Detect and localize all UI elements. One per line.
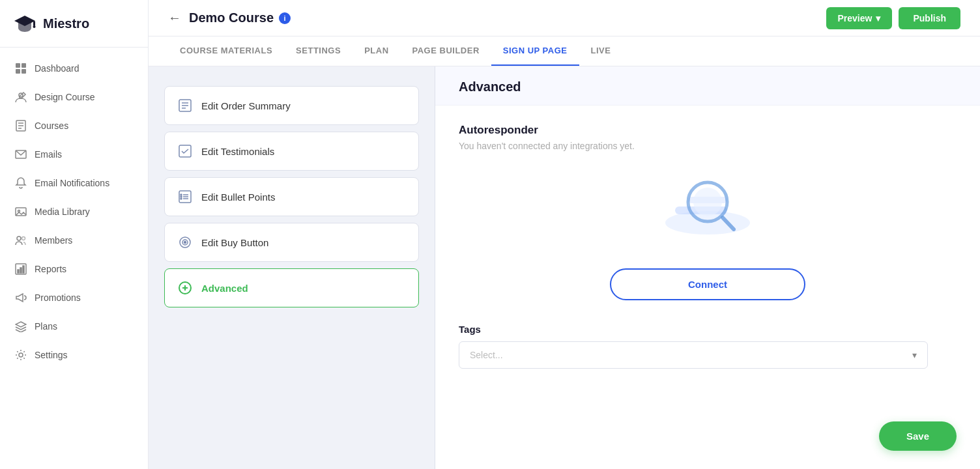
svg-rect-27 xyxy=(179,145,191,157)
tags-section: Tags Select... ▾ xyxy=(459,324,957,369)
svg-point-2 xyxy=(33,25,36,28)
no-integrations-illustration xyxy=(459,171,957,242)
sidebar-nav: Dashboard Design Course Courses Emails xyxy=(0,48,148,376)
check-square-icon xyxy=(178,144,192,158)
tags-placeholder: Select... xyxy=(470,350,503,360)
svg-rect-19 xyxy=(20,268,22,273)
card-buy-button-label: Edit Buy Button xyxy=(201,237,268,248)
card-bullet-points[interactable]: Edit Bullet Points xyxy=(164,177,419,216)
sidebar: Miestro Dashboard Design Course Courses xyxy=(0,0,149,469)
sidebar-label-plans: Plans xyxy=(35,321,57,332)
list-icon xyxy=(178,98,192,113)
logo-container: Miestro xyxy=(0,0,148,48)
right-panel-header: Advanced xyxy=(435,66,980,106)
connect-button[interactable]: Connect xyxy=(610,268,805,300)
topbar: ← Demo Course i Preview ▾ Publish xyxy=(149,0,980,36)
chevron-down-icon: ▾ xyxy=(876,13,880,23)
sidebar-item-courses[interactable]: Courses xyxy=(0,111,148,140)
users-icon xyxy=(15,234,27,246)
target-icon xyxy=(178,235,192,249)
sidebar-item-members[interactable]: Members xyxy=(0,226,148,255)
sidebar-item-design-course[interactable]: Design Course xyxy=(0,83,148,111)
sidebar-label-emails: Emails xyxy=(35,149,62,160)
info-badge[interactable]: i xyxy=(279,12,291,24)
tab-plan[interactable]: PLAN xyxy=(353,36,400,66)
bell-icon xyxy=(15,177,27,189)
sidebar-label-design-course: Design Course xyxy=(35,92,95,102)
logo-icon xyxy=(13,12,36,35)
plus-circle-icon xyxy=(178,281,192,295)
svg-rect-6 xyxy=(22,69,26,74)
card-advanced-label: Advanced xyxy=(201,283,248,294)
preview-button[interactable]: Preview ▾ xyxy=(826,7,893,29)
tabbar: COURSE MATERIALS SETTINGS PLAN PAGE BUIL… xyxy=(149,36,980,66)
svg-point-37 xyxy=(184,242,186,244)
card-testimonials-label: Edit Testimonials xyxy=(201,146,274,157)
sidebar-label-promotions: Promotions xyxy=(35,292,81,303)
card-advanced[interactable]: Advanced xyxy=(164,268,419,307)
tab-sign-up-page[interactable]: SIGN UP PAGE xyxy=(491,36,579,66)
tags-label: Tags xyxy=(459,324,957,335)
autoresponder-subtitle: You haven't connected any integrations y… xyxy=(459,141,957,151)
svg-rect-1 xyxy=(33,21,35,26)
card-buy-button[interactable]: Edit Buy Button xyxy=(164,223,419,262)
sidebar-item-promotions[interactable]: Promotions xyxy=(0,283,148,312)
publish-button[interactable]: Publish xyxy=(899,7,960,29)
sidebar-item-email-notifications[interactable]: Email Notifications xyxy=(0,169,148,197)
layers-icon xyxy=(15,320,27,332)
gear-icon xyxy=(15,349,27,361)
right-panel: Advanced Autoresponder You haven't conne… xyxy=(435,66,980,469)
svg-rect-4 xyxy=(22,63,26,68)
tab-page-builder[interactable]: PAGE BUILDER xyxy=(401,36,491,66)
svg-rect-5 xyxy=(16,69,20,74)
svg-rect-18 xyxy=(18,270,19,273)
page-title: Demo Course i xyxy=(189,10,291,25)
sidebar-label-settings: Settings xyxy=(35,350,68,360)
tab-settings[interactable]: SETTINGS xyxy=(284,36,353,66)
tab-live[interactable]: LIVE xyxy=(579,36,623,66)
sidebar-label-dashboard: Dashboard xyxy=(35,63,79,74)
svg-point-33 xyxy=(180,196,182,197)
logo-text: Miestro xyxy=(43,16,89,31)
autoresponder-title: Autoresponder xyxy=(459,124,957,137)
svg-point-22 xyxy=(19,353,23,357)
sidebar-label-courses: Courses xyxy=(35,121,68,131)
svg-point-16 xyxy=(22,237,25,240)
main-content: ← Demo Course i Preview ▾ Publish COURSE… xyxy=(149,0,980,469)
sidebar-item-plans[interactable]: Plans xyxy=(0,312,148,341)
sidebar-item-reports[interactable]: Reports xyxy=(0,255,148,283)
edit-design-icon xyxy=(15,91,27,103)
content-area: Edit Order Summary Edit Testimonials Edi… xyxy=(149,66,980,469)
right-panel-content: Autoresponder You haven't connected any … xyxy=(435,106,980,387)
back-button[interactable]: ← xyxy=(168,10,181,25)
grid-icon xyxy=(15,63,27,74)
bullet-list-icon xyxy=(178,190,192,204)
svg-point-14 xyxy=(18,210,20,212)
tags-select[interactable]: Select... ▾ xyxy=(459,341,928,369)
topbar-left: ← Demo Course i xyxy=(168,10,291,25)
card-order-summary-label: Edit Order Summary xyxy=(201,100,291,111)
email-icon xyxy=(15,149,27,160)
magnifier-svg xyxy=(656,171,760,242)
left-panel: Edit Order Summary Edit Testimonials Edi… xyxy=(149,66,435,469)
svg-point-45 xyxy=(693,188,722,216)
sidebar-item-media-library[interactable]: Media Library xyxy=(0,197,148,226)
svg-marker-21 xyxy=(16,322,26,327)
sidebar-label-email-notifications: Email Notifications xyxy=(35,178,109,188)
card-testimonials[interactable]: Edit Testimonials xyxy=(164,132,419,171)
right-panel-title: Advanced xyxy=(459,79,957,94)
sidebar-item-settings[interactable]: Settings xyxy=(0,341,148,369)
svg-rect-3 xyxy=(16,63,20,68)
sidebar-item-emails[interactable]: Emails xyxy=(0,140,148,169)
svg-point-15 xyxy=(17,236,21,240)
sidebar-item-dashboard[interactable]: Dashboard xyxy=(0,54,148,83)
save-button[interactable]: Save xyxy=(879,421,957,451)
svg-point-34 xyxy=(180,198,182,199)
card-bullet-points-label: Edit Bullet Points xyxy=(201,192,275,203)
tab-course-materials[interactable]: COURSE MATERIALS xyxy=(168,36,284,66)
card-order-summary[interactable]: Edit Order Summary xyxy=(164,86,419,125)
book-icon xyxy=(15,120,27,132)
sidebar-label-media-library: Media Library xyxy=(35,206,90,217)
sidebar-label-reports: Reports xyxy=(35,264,66,274)
megaphone-icon xyxy=(15,292,27,304)
